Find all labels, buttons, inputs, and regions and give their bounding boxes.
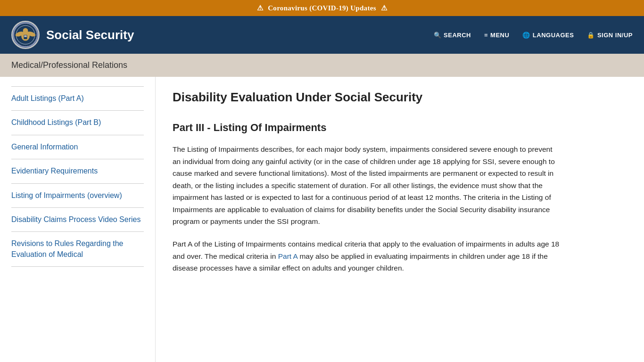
signin-label: SIGN IN/UP xyxy=(597,32,633,39)
lock-icon: 🔒 xyxy=(587,32,595,39)
site-logo[interactable]: Social Security xyxy=(11,21,134,49)
menu-icon: ≡ xyxy=(484,32,488,39)
covid-banner-text: Coronavirus (COVID-19) Updates xyxy=(268,4,376,12)
sidebar-item-adult-listings[interactable]: Adult Listings (Part A) xyxy=(11,86,144,111)
signin-nav-item[interactable]: 🔒 SIGN IN/UP xyxy=(587,32,633,39)
sidebar-item-listing-overview[interactable]: Listing of Impairments (overview) xyxy=(11,184,144,208)
page-title: Disability Evaluation Under Social Secur… xyxy=(173,90,561,105)
languages-nav-item[interactable]: 🌐 LANGUAGES xyxy=(522,32,574,39)
sidebar-item-childhood-listings[interactable]: Childhood Listings (Part B) xyxy=(11,111,144,135)
globe-icon: 🌐 xyxy=(522,32,530,39)
sidebar-item-disability-claims-video[interactable]: Disability Claims Process Video Series xyxy=(11,208,144,232)
svg-point-5 xyxy=(23,28,28,33)
search-nav-item[interactable]: 🔍 SEARCH xyxy=(434,32,471,39)
menu-label: MENU xyxy=(490,32,509,39)
content-paragraph-1: The Listing of Impairments describes, fo… xyxy=(173,143,561,228)
content-paragraph-2: Part A of the Listing of Impairments con… xyxy=(173,238,561,274)
main-container: Adult Listings (Part A) Childhood Listin… xyxy=(0,77,644,362)
site-header: Social Security 🔍 SEARCH ≡ MENU 🌐 LANGUA… xyxy=(0,16,644,54)
header-nav: 🔍 SEARCH ≡ MENU 🌐 LANGUAGES 🔒 SIGN IN/UP xyxy=(434,32,633,39)
ssa-logo-svg xyxy=(13,22,38,48)
part-a-link[interactable]: Part A xyxy=(278,252,297,260)
breadcrumb-text: Medical/Professional Relations xyxy=(11,60,127,70)
section-title: Part III - Listing Of Impairments xyxy=(173,118,561,134)
warning-icon-left: ⚠ xyxy=(257,4,263,12)
sidebar-item-revisions-rules[interactable]: Revisions to Rules Regarding the Evaluat… xyxy=(11,232,144,267)
sidebar-item-general-information[interactable]: General Information xyxy=(11,135,144,159)
search-label: SEARCH xyxy=(444,32,471,39)
svg-rect-8 xyxy=(24,35,26,37)
search-icon: 🔍 xyxy=(434,32,442,39)
logo-circle xyxy=(11,21,40,49)
site-title-text: Social Security xyxy=(46,28,134,42)
content-area: Disability Evaluation Under Social Secur… xyxy=(156,77,580,362)
covid-banner[interactable]: ⚠ Coronavirus (COVID-19) Updates ⚠ xyxy=(0,0,644,16)
sidebar-item-evidentiary-requirements[interactable]: Evidentiary Requirements xyxy=(11,159,144,183)
menu-nav-item[interactable]: ≡ MENU xyxy=(484,32,509,39)
languages-label: LANGUAGES xyxy=(533,32,574,39)
breadcrumb: Medical/Professional Relations xyxy=(0,54,644,77)
sidebar: Adult Listings (Part A) Childhood Listin… xyxy=(0,77,156,362)
warning-icon-right: ⚠ xyxy=(381,4,387,12)
